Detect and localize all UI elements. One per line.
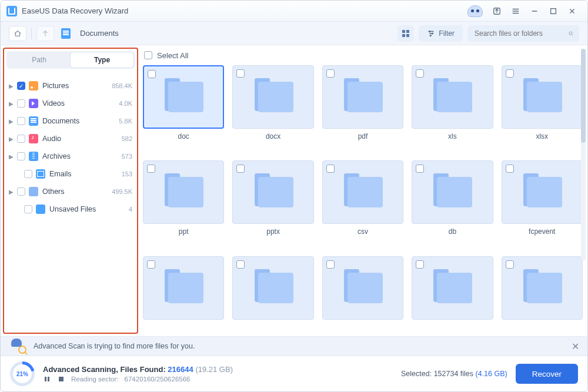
folder-icon	[433, 83, 471, 111]
sidebar-item-audio[interactable]: ▶Audio582	[6, 130, 135, 148]
folder-name: xls	[412, 132, 493, 140]
tile-checkbox[interactable]	[236, 69, 245, 78]
folder-tile[interactable]	[412, 160, 493, 224]
folder-tile[interactable]	[502, 160, 583, 224]
tile-checkbox[interactable]	[506, 165, 514, 173]
folder-card-db[interactable]: db	[412, 160, 493, 246]
tile-checkbox[interactable]	[326, 165, 335, 173]
folder-tile[interactable]	[502, 65, 583, 129]
folder-card[interactable]	[502, 256, 583, 330]
folder-card[interactable]	[322, 256, 403, 330]
category-checkbox[interactable]	[24, 170, 32, 178]
folder-tile[interactable]	[412, 65, 493, 129]
menu-button[interactable]	[506, 4, 525, 19]
pause-button[interactable]	[43, 375, 51, 383]
stop-button[interactable]	[57, 375, 65, 383]
folder-tile[interactable]	[322, 65, 403, 129]
chevron-right-icon: ▶	[9, 118, 16, 125]
minimize-button[interactable]	[525, 4, 544, 19]
recover-button[interactable]: Recover	[516, 364, 578, 384]
tile-checkbox[interactable]	[416, 260, 424, 269]
category-icon	[29, 187, 38, 196]
folder-card-pdf[interactable]: pdf	[322, 65, 403, 151]
folder-name: pdf	[322, 132, 403, 140]
tile-checkbox[interactable]	[236, 165, 245, 173]
tile-checkbox[interactable]	[236, 260, 245, 269]
svg-rect-4	[402, 34, 405, 37]
folder-card-pptx[interactable]: pptx	[232, 160, 313, 246]
share-button[interactable]	[487, 4, 506, 19]
folder-tile[interactable]	[143, 160, 224, 224]
folder-icon	[433, 274, 471, 302]
tab-path[interactable]: Path	[8, 52, 71, 68]
folder-icon	[255, 83, 292, 111]
close-button[interactable]	[563, 4, 582, 19]
toolbar: Documents Filter	[1, 22, 587, 45]
folder-card-fcpevent[interactable]: fcpevent	[502, 160, 583, 246]
folder-tile[interactable]	[143, 256, 224, 320]
category-checkbox[interactable]	[24, 205, 32, 213]
search-field[interactable]	[467, 25, 579, 42]
folder-card-ppt[interactable]: ppt	[143, 160, 224, 246]
tile-checkbox[interactable]	[416, 165, 424, 173]
sidebar-item-documents[interactable]: ▶Documents5.8K	[6, 112, 135, 130]
scrollbar-thumb[interactable]	[581, 49, 586, 143]
assistant-icon[interactable]	[467, 5, 483, 17]
tab-type[interactable]: Type	[71, 52, 133, 68]
banner-close-icon[interactable]: ✕	[572, 341, 579, 352]
sidebar-item-emails[interactable]: ▶Emails153	[6, 165, 135, 183]
folder-card-docx[interactable]: docx	[232, 65, 313, 151]
select-all-row[interactable]: Select All	[138, 45, 587, 65]
folder-tile[interactable]	[232, 160, 313, 224]
tile-checkbox[interactable]	[506, 260, 514, 269]
folder-tile[interactable]	[322, 256, 403, 320]
category-checkbox[interactable]	[17, 82, 25, 90]
up-button[interactable]	[36, 26, 54, 41]
selected-info: Selected: 152734 files (4.16 GB)	[401, 370, 507, 378]
folder-tile[interactable]	[232, 65, 313, 129]
category-checkbox[interactable]	[17, 187, 25, 196]
folder-card-xls[interactable]: xls	[412, 65, 493, 151]
folder-card[interactable]	[143, 256, 224, 330]
folder-card[interactable]	[232, 256, 313, 330]
scrollbar[interactable]	[581, 49, 586, 260]
select-all-checkbox[interactable]	[144, 51, 152, 59]
folder-card[interactable]	[412, 256, 493, 330]
category-checkbox[interactable]	[17, 135, 25, 143]
tile-checkbox[interactable]	[147, 165, 155, 173]
search-icon	[569, 29, 573, 38]
folder-icon	[165, 178, 202, 206]
folder-tile[interactable]	[322, 160, 403, 224]
folder-tile[interactable]	[502, 256, 583, 320]
tile-checkbox[interactable]	[148, 70, 156, 78]
folder-tile[interactable]	[143, 65, 224, 129]
separator	[31, 28, 32, 39]
tile-checkbox[interactable]	[416, 69, 424, 78]
folder-tile[interactable]	[232, 256, 313, 320]
sidebar-item-others[interactable]: ▶Others499.5K	[6, 183, 135, 200]
folder-card-csv[interactable]: csv	[322, 160, 403, 246]
search-input[interactable]	[473, 29, 564, 38]
sidebar-item-archives[interactable]: ▶Archives573	[6, 148, 135, 165]
tile-checkbox[interactable]	[326, 69, 335, 78]
chevron-right-icon: ▶	[9, 136, 16, 142]
sidebar-item-pictures[interactable]: ▶Pictures858.4K	[6, 77, 135, 95]
home-button[interactable]	[9, 26, 26, 41]
sidebar-item-videos[interactable]: ▶Videos4.0K	[6, 95, 135, 112]
folder-tile[interactable]	[412, 256, 493, 320]
tile-checkbox[interactable]	[326, 260, 335, 269]
folder-icon	[165, 83, 202, 111]
folder-card-xlsx[interactable]: xlsx	[502, 65, 583, 151]
folder-card-doc[interactable]: doc	[143, 65, 224, 151]
tile-checkbox[interactable]	[147, 260, 155, 269]
folder-icon	[344, 83, 382, 111]
filter-button[interactable]: Filter	[419, 25, 463, 42]
tile-checkbox[interactable]	[506, 69, 514, 78]
sidebar-item-unsaved-files[interactable]: ▶Unsaved Files4	[6, 200, 135, 218]
category-checkbox[interactable]	[17, 99, 25, 108]
category-checkbox[interactable]	[17, 152, 25, 160]
maximize-button[interactable]	[544, 4, 563, 19]
category-label: Others	[42, 187, 65, 196]
view-grid-button[interactable]	[397, 25, 414, 42]
category-checkbox[interactable]	[17, 117, 25, 125]
